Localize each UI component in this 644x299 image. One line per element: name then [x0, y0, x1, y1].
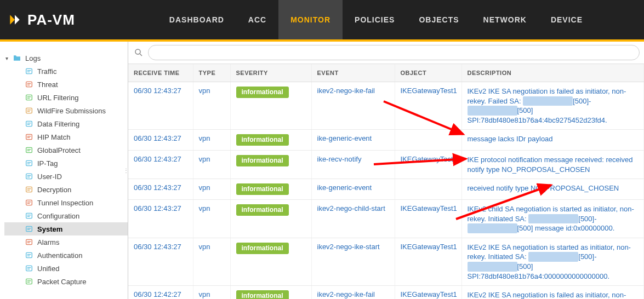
- topnav-item-acc[interactable]: ACC: [236, 0, 278, 39]
- tree-root-logs[interactable]: ▾ Logs: [4, 51, 128, 65]
- sidebar-item-configuration[interactable]: Configuration: [4, 209, 128, 222]
- cell-receive-time: 06/30 12:43:27: [128, 238, 193, 285]
- cell-object-link[interactable]: IKEGatewayTest1: [401, 204, 457, 212]
- description-text[interactable]: IKEv2 IKE SA negotiation is failed as in…: [468, 290, 639, 299]
- description-text[interactable]: IKEv2 child SA negotiation is started as…: [468, 204, 639, 233]
- cell-description: IKEv2 IKE SA negotiation is failed as in…: [461, 82, 644, 130]
- table-row[interactable]: 06/30 12:43:27vpninformationalike-generi…: [128, 130, 644, 151]
- topnav-item-device[interactable]: DEVICE: [539, 0, 595, 39]
- sidebar-item-data-filtering[interactable]: Data Filtering: [4, 117, 128, 130]
- sidebar-item-wildfire-submissions[interactable]: WildFire Submissions: [4, 104, 128, 117]
- col-header-description[interactable]: DESCRIPTION: [461, 64, 644, 82]
- cell-event-link[interactable]: ike-generic-event: [317, 183, 372, 192]
- table-row[interactable]: 06/30 12:43:27vpninformationalike-recv-n…: [128, 151, 644, 179]
- topnav-item-objects[interactable]: OBJECTS: [407, 0, 471, 39]
- sidebar-item-decryption[interactable]: Decryption: [4, 183, 128, 196]
- cell-type-link[interactable]: vpn: [199, 134, 210, 142]
- description-text[interactable]: IKE protocol notification message receiv…: [468, 155, 639, 174]
- sidebar-item-unified[interactable]: Unified: [4, 262, 128, 275]
- content: RECEIVE TIME TYPE SEVERITY EVENT OBJECT …: [128, 42, 644, 299]
- cell-receive-time-link[interactable]: 06/30 12:43:27: [134, 134, 181, 142]
- cell-object-link[interactable]: IKEGatewayTest1: [401, 155, 457, 163]
- sidebar-item-threat[interactable]: Threat: [4, 78, 128, 91]
- sidebar-item-authentication[interactable]: Authentication: [4, 249, 128, 262]
- cell-receive-time: 06/30 12:43:27: [128, 151, 193, 179]
- cell-severity: informational: [230, 286, 311, 299]
- sidebar-item-user-id[interactable]: User-ID: [4, 170, 128, 183]
- severity-badge: informational: [236, 243, 289, 254]
- col-header-receive-time[interactable]: RECEIVE TIME: [128, 64, 193, 82]
- sidebar-item-packet-capture[interactable]: Packet Capture: [4, 275, 128, 288]
- topnav-item-label: DEVICE: [551, 15, 583, 24]
- cell-object: [395, 179, 461, 200]
- alarms-icon: [24, 237, 34, 247]
- cell-description: IKEv2 child SA negotiation is started as…: [461, 200, 644, 238]
- search-input[interactable]: [148, 45, 640, 60]
- decryption-icon: [24, 185, 34, 194]
- cell-receive-time-link[interactable]: 06/30 12:42:27: [134, 290, 181, 298]
- topnav-item-policies[interactable]: POLICIES: [343, 0, 407, 39]
- desc-pre: received notify type NO_PROPOSAL_CHOSEN: [468, 184, 619, 192]
- cell-object: [395, 130, 461, 151]
- cell-type-link[interactable]: vpn: [199, 290, 210, 298]
- hip-match-icon: [24, 132, 34, 142]
- table-row[interactable]: 06/30 12:43:27vpninformationalike-generi…: [128, 179, 644, 200]
- cell-event-link[interactable]: ikev2-nego-child-start: [317, 204, 385, 212]
- cell-type: vpn: [193, 130, 230, 151]
- sidebar-item-label: User-ID: [37, 173, 62, 181]
- cell-receive-time-link[interactable]: 06/30 12:43:27: [134, 204, 181, 212]
- topnav-item-monitor[interactable]: MONITOR: [278, 0, 343, 39]
- sidebar-item-url-filtering[interactable]: URL Filtering: [4, 91, 128, 104]
- sidebar-item-ip-tag[interactable]: IP-Tag: [4, 157, 128, 170]
- severity-badge: informational: [236, 87, 289, 98]
- svg-rect-18: [26, 147, 32, 152]
- chevron-down-icon[interactable]: ▾: [5, 55, 12, 61]
- cell-object-link[interactable]: IKEGatewayTest1: [401, 290, 457, 298]
- topnav-item-network[interactable]: NETWORK: [471, 0, 539, 39]
- sidebar-item-traffic[interactable]: Traffic: [4, 65, 128, 78]
- cell-event-link[interactable]: ike-recv-notify: [317, 155, 362, 163]
- col-header-type[interactable]: TYPE: [193, 64, 230, 82]
- svg-rect-45: [26, 266, 32, 271]
- cell-receive-time-link[interactable]: 06/30 12:43:27: [134, 87, 181, 95]
- table-row[interactable]: 06/30 12:43:27vpninformationalikev2-nego…: [128, 238, 644, 285]
- sidebar-item-globalprotect[interactable]: GlobalProtect: [4, 143, 128, 157]
- description-text[interactable]: IKEv2 IKE SA negotiation is failed as in…: [468, 87, 639, 125]
- sidebar-item-alarms[interactable]: Alarms: [4, 235, 128, 249]
- search-icon[interactable]: [133, 47, 145, 59]
- col-header-severity[interactable]: SEVERITY: [230, 64, 311, 82]
- topnav-item-label: ACC: [248, 15, 266, 24]
- sidebar-item-tunnel-inspection[interactable]: Tunnel Inspection: [4, 196, 128, 209]
- cell-event-link[interactable]: ike-generic-event: [317, 134, 372, 142]
- svg-rect-9: [26, 108, 32, 113]
- table-row[interactable]: 06/30 12:43:27vpninformationalikev2-nego…: [128, 82, 644, 130]
- col-header-event[interactable]: EVENT: [311, 64, 395, 82]
- table-row[interactable]: 06/30 12:42:27vpninformationalikev2-nego…: [128, 286, 644, 299]
- sidebar-item-hip-match[interactable]: HIP Match: [4, 130, 128, 143]
- cell-event-link[interactable]: ikev2-nego-ike-fail: [317, 290, 375, 298]
- description-text[interactable]: received notify type NO_PROPOSAL_CHOSEN: [468, 183, 639, 193]
- svg-rect-15: [26, 134, 32, 139]
- description-text[interactable]: IKEv2 IKE SA negotiation is started as i…: [468, 243, 639, 281]
- cell-event: ike-generic-event: [311, 130, 395, 151]
- description-text[interactable]: message lacks IDr payload: [468, 134, 639, 144]
- cell-event-link[interactable]: ikev2-nego-ike-start: [317, 243, 380, 251]
- cell-type-link[interactable]: vpn: [199, 183, 210, 192]
- threat-icon: [24, 79, 34, 89]
- cell-type-link[interactable]: vpn: [199, 243, 210, 251]
- cell-object-link[interactable]: IKEGatewayTest1: [401, 87, 457, 95]
- cell-receive-time-link[interactable]: 06/30 12:43:27: [134, 243, 181, 251]
- cell-type-link[interactable]: vpn: [199, 204, 210, 212]
- cell-event-link[interactable]: ikev2-nego-ike-fail: [317, 87, 375, 95]
- sidebar-resize-handle[interactable]: ⋮: [124, 159, 128, 181]
- cell-object-link[interactable]: IKEGatewayTest1: [401, 243, 457, 251]
- col-header-object[interactable]: OBJECT: [395, 64, 461, 82]
- cell-object: IKEGatewayTest1: [395, 151, 461, 179]
- cell-receive-time-link[interactable]: 06/30 12:43:27: [134, 155, 181, 163]
- cell-type-link[interactable]: vpn: [199, 155, 210, 163]
- cell-type-link[interactable]: vpn: [199, 87, 210, 95]
- cell-receive-time-link[interactable]: 06/30 12:43:27: [134, 183, 181, 192]
- table-row[interactable]: 06/30 12:43:27vpninformationalikev2-nego…: [128, 200, 644, 238]
- sidebar-item-system[interactable]: System: [4, 222, 128, 235]
- topnav-item-dashboard[interactable]: DASHBOARD: [157, 0, 236, 39]
